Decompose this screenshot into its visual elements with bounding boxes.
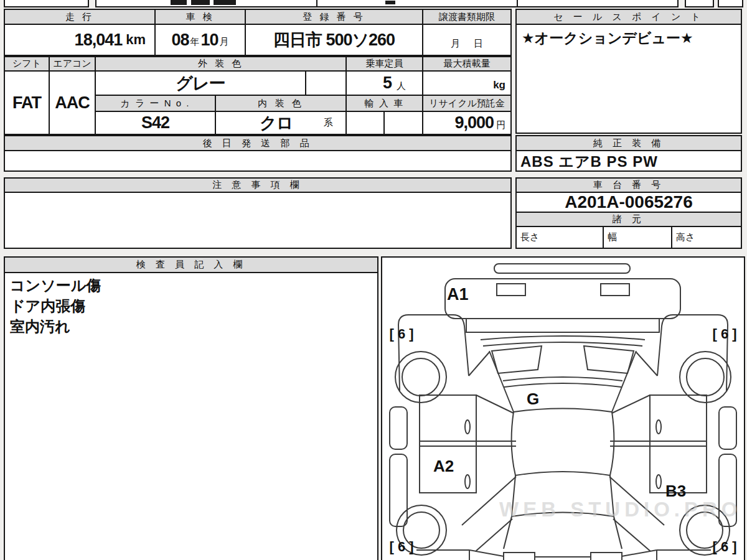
max-load-value: kg [423, 72, 510, 96]
mileage-number: 18,041 [75, 30, 123, 50]
capacity-header: 乗車定員 [347, 57, 423, 72]
equipment-header: 純 正 装 備 [517, 136, 741, 151]
transfer-header: 譲渡書類期限 [423, 10, 510, 25]
cutoff-text-fragment [191, 0, 210, 5]
cutoff-text-fragment [385, 1, 395, 4]
recycle-value: 9,000 円 [423, 112, 510, 134]
later-parts-table: 後 日 発 送 部 品 [4, 135, 512, 172]
shaken-month: 10 [201, 30, 218, 50]
damage-mark-a2: A2 [433, 457, 454, 476]
sales-point-box: セ ー ル ス ポ イ ン ト ★オークションデビュー★ [515, 9, 742, 134]
max-load-header: 最大積載量 [423, 57, 510, 72]
exterior-color-value: グレー [96, 72, 306, 96]
import-value-left [347, 112, 385, 134]
transfer-day-label: 日 [474, 38, 483, 50]
corner-mark-bottom-left: [ 6 ] [383, 539, 420, 555]
later-parts-header: 後 日 発 送 部 品 [5, 136, 510, 151]
shaken-value: 08 年 10 月 [156, 25, 246, 56]
length-cell: 長さ [517, 227, 604, 248]
corner-mark-top-left: [ 6 ] [383, 326, 420, 342]
cutoff-divider [316, 0, 317, 6]
capacity-number: 5 [383, 73, 392, 93]
import-header: 輸 入 車 [347, 96, 423, 112]
width-cell: 幅 [604, 227, 672, 248]
chassis-value: A201A-0065276 [517, 193, 741, 213]
shaken-month-unit: 月 [220, 36, 229, 48]
mileage-value: 18,041 km [5, 25, 156, 56]
shaken-year: 08 [171, 30, 189, 50]
interior-color-value: クロ 系 [216, 112, 347, 134]
max-load-unit: kg [493, 79, 505, 91]
recycle-number: 9,000 [454, 113, 494, 133]
top-info-table: 走 行 車 検 登 録 番 号 譲渡書類期限 18,041 km 08 年 10… [4, 9, 512, 57]
damage-mark-a1: A1 [447, 285, 469, 304]
interior-color-suffix: 系 [324, 117, 333, 129]
auction-sheet: 走 行 車 検 登 録 番 号 譲渡書類期限 18,041 km 08 年 10… [0, 0, 747, 560]
spec-table: シフト エアコン 外 装 色 乗車定員 最大積載量 FAT AAC グレー 5 … [4, 56, 512, 135]
shaken-header: 車 検 [156, 10, 246, 25]
interior-color-header: 内 装 色 [216, 96, 347, 112]
registration-value: 四日市 500ソ260 [246, 25, 423, 56]
aircon-header: エアコン [50, 57, 96, 72]
notes-value [5, 193, 510, 248]
cutoff-text-fragment [171, 0, 187, 5]
equipment-box: 純 正 装 備 ABS エアB PS PW [515, 135, 742, 172]
mileage-unit: km [126, 32, 146, 48]
interior-color-name: クロ [260, 112, 293, 134]
later-parts-value [5, 151, 510, 170]
chassis-box: 車 台 番 号 A201A-0065276 諸 元 長さ 幅 高さ [515, 177, 742, 249]
length-label: 長さ [520, 231, 539, 243]
color-no-header: カ ラ ー N o . [96, 96, 216, 112]
mileage-header: 走 行 [5, 10, 156, 25]
cutoff-cell [95, 0, 679, 7]
watermark: WEB STUDIO.PRO [499, 498, 742, 521]
recycle-header: リサイクル預託金 [423, 96, 510, 112]
notes-table: 注 意 事 項 欄 [4, 177, 512, 249]
car-diagram-box: WEB STUDIO.PRO A1 G A2 B3 [ 6 ] [ 6 ] [ … [381, 256, 745, 560]
cutoff-cell [718, 0, 743, 7]
inspector-header: 検 査 員 記 入 欄 [5, 258, 377, 273]
height-cell: 高さ [672, 227, 741, 248]
width-label: 幅 [608, 231, 617, 243]
cutoff-text-fragment [214, 0, 236, 5]
damage-mark-g: G [527, 390, 539, 409]
capacity-unit: 人 [397, 80, 406, 92]
import-value-right [385, 112, 423, 134]
sales-point-header: セ ー ル ス ポ イ ン ト [517, 10, 741, 25]
notes-header: 注 意 事 項 欄 [5, 179, 510, 193]
shift-header: シフト [5, 57, 50, 72]
transfer-value: 月 日 [423, 25, 510, 56]
dimensions-header: 諸 元 [517, 213, 741, 227]
inspector-box: 検 査 員 記 入 欄 コンソール傷 ドア内張傷 室内汚れ [4, 256, 378, 560]
transfer-month-label: 月 [451, 38, 460, 50]
exterior-color-header: 外 装 色 [96, 57, 347, 72]
chassis-header: 車 台 番 号 [517, 179, 741, 193]
damage-mark-b3: B3 [665, 482, 686, 501]
corner-mark-top-right: [ 6 ] [707, 326, 743, 342]
cutoff-cell [685, 0, 714, 7]
equipment-value: ABS エアB PS PW [517, 151, 741, 170]
shaken-year-unit: 年 [190, 36, 200, 48]
inspector-note-line: ドア内張傷 [10, 296, 372, 316]
inspector-note-line: コンソール傷 [10, 275, 372, 296]
inspector-notes: コンソール傷 ドア内張傷 室内汚れ [5, 273, 377, 559]
corner-mark-bottom-right: [ 6 ] [707, 539, 743, 555]
registration-header: 登 録 番 号 [246, 10, 423, 25]
cutoff-divider [517, 0, 518, 6]
recycle-unit: 円 [496, 119, 505, 131]
capacity-value: 5 人 [347, 72, 423, 96]
height-label: 高さ [676, 231, 695, 243]
color-no-value: S42 [96, 112, 216, 134]
inspector-note-line: 室内汚れ [10, 316, 372, 337]
cutoff-cell [4, 0, 89, 7]
sales-point-value: ★オークションデビュー★ [517, 25, 741, 133]
exterior-color-code [306, 72, 347, 96]
aircon-value: AAC [50, 72, 96, 134]
shift-value: FAT [5, 72, 50, 134]
